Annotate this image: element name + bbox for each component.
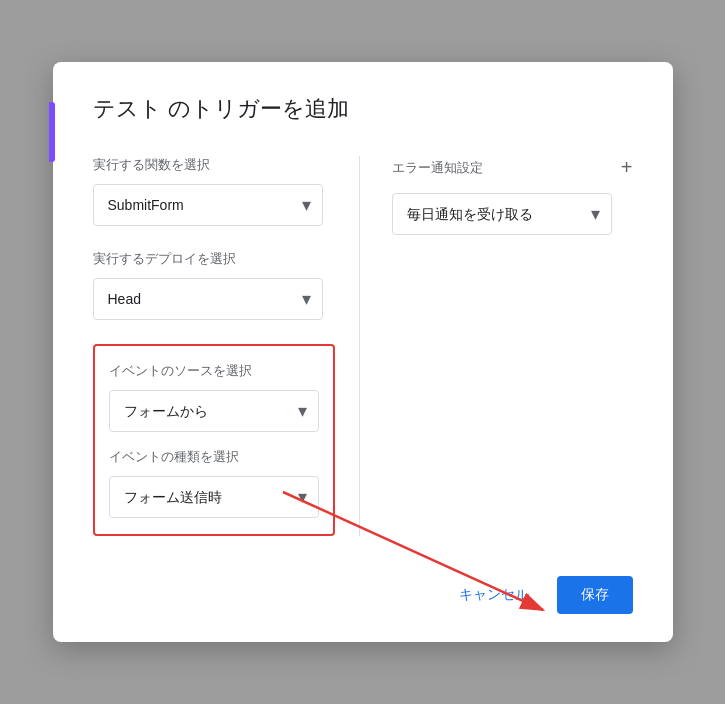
function-select[interactable]: SubmitForm — [93, 184, 323, 226]
cancel-button[interactable]: キャンセル — [447, 578, 541, 612]
function-select-wrapper: SubmitForm ▾ — [93, 184, 323, 226]
save-button[interactable]: 保存 — [557, 576, 633, 614]
dialog-overlay: テスト のトリガーを追加 実行する関数を選択 SubmitForm ▾ 実行する… — [0, 0, 725, 704]
add-icon[interactable]: + — [621, 156, 633, 179]
notification-select-wrapper: 毎日通知を受け取る ▾ — [392, 193, 612, 235]
event-source-select[interactable]: フォームから — [109, 390, 319, 432]
event-type-label: イベントの種類を選択 — [109, 448, 319, 466]
event-source-label: イベントのソースを選択 — [109, 362, 319, 380]
right-header: エラー通知設定 + — [392, 156, 633, 179]
deploy-select[interactable]: Head — [93, 278, 323, 320]
deploy-select-wrapper: Head ▾ — [93, 278, 323, 320]
event-type-select-wrapper: フォーム送信時 ▾ — [109, 476, 319, 518]
deploy-label: 実行するデプロイを選択 — [93, 250, 335, 268]
dialog-body: 実行する関数を選択 SubmitForm ▾ 実行するデプロイを選択 Head … — [93, 156, 633, 536]
accent-bar — [49, 102, 55, 162]
notification-select[interactable]: 毎日通知を受け取る — [392, 193, 612, 235]
event-source-box: イベントのソースを選択 フォームから ▾ イベントの種類を選択 フォーム送信時 … — [93, 344, 335, 536]
dialog: テスト のトリガーを追加 実行する関数を選択 SubmitForm ▾ 実行する… — [53, 62, 673, 642]
dialog-title: テスト のトリガーを追加 — [93, 94, 633, 124]
right-column: エラー通知設定 + 毎日通知を受け取る ▾ — [360, 156, 633, 536]
error-notification-label: エラー通知設定 — [392, 159, 613, 177]
dialog-actions: キャンセル 保存 — [93, 576, 633, 614]
event-type-select[interactable]: フォーム送信時 — [109, 476, 319, 518]
left-column: 実行する関数を選択 SubmitForm ▾ 実行するデプロイを選択 Head … — [93, 156, 360, 536]
function-label: 実行する関数を選択 — [93, 156, 335, 174]
event-source-select-wrapper: フォームから ▾ — [109, 390, 319, 432]
